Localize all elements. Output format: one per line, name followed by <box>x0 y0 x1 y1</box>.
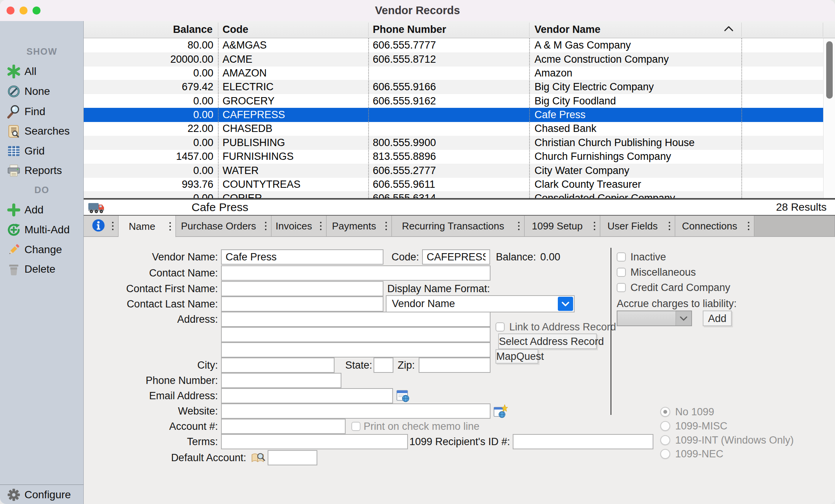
cell-phone: 606.555.9611 <box>373 177 435 192</box>
vendor-table: 80.00 A&MGAS 606.555.7777 A & M Gas Comp… <box>84 38 835 198</box>
send-email-icon[interactable] <box>396 389 410 404</box>
1099-misc-radio[interactable] <box>660 421 670 431</box>
default-account-input[interactable] <box>268 450 317 465</box>
vendor-name-input[interactable] <box>221 249 383 265</box>
print-check-memo-checkbox[interactable] <box>351 422 361 431</box>
website-input[interactable] <box>221 403 491 419</box>
code-input[interactable] <box>422 249 490 265</box>
window-title: Vendor Records <box>0 0 835 21</box>
link-address-record-checkbox[interactable] <box>495 322 505 332</box>
overflow-dots-icon <box>748 222 749 230</box>
table-row[interactable]: 0.00 COPIER 606.555.6314 Consolidated Co… <box>84 191 823 198</box>
sidebar-item-configure[interactable]: Configure <box>0 485 84 504</box>
tab-name[interactable]: Name <box>119 216 176 237</box>
cell-code: COPIER <box>223 191 262 198</box>
terms-label: Terms: <box>84 434 218 449</box>
cell-balance: 0.00 <box>84 164 213 178</box>
cell-vendor: Christian Church Publishing House <box>534 136 695 150</box>
1099-nec-radio[interactable] <box>660 449 670 459</box>
phone-number-input[interactable] <box>221 373 341 388</box>
cell-vendor: Consolidated Copier Company <box>534 191 675 198</box>
column-header-balance[interactable]: Balance <box>84 21 213 38</box>
table-row[interactable]: 80.00 A&MGAS 606.555.7777 A & M Gas Comp… <box>84 38 823 52</box>
account-lookup-icon[interactable] <box>251 452 266 465</box>
sidebar-item-delete[interactable]: Delete <box>0 259 84 279</box>
sidebar-item-label: None <box>24 81 50 101</box>
credit-card-company-checkbox[interactable] <box>617 283 626 292</box>
sidebar-item-change[interactable]: Change <box>0 240 84 260</box>
tab-bar: Name Purchase Orders Invoices Payments R… <box>84 216 835 237</box>
address-line1-input[interactable] <box>221 312 491 327</box>
mapquest-button[interactable]: MapQuest <box>495 349 538 364</box>
tab-recurring-transactions[interactable]: Recurring Transactions <box>392 216 525 237</box>
trash-icon <box>7 262 21 276</box>
sidebar-item-find[interactable]: Find <box>0 102 84 122</box>
column-header-code[interactable]: Code <box>223 21 249 38</box>
tab-connections[interactable]: Connections <box>675 216 754 237</box>
zip-input[interactable] <box>419 358 491 373</box>
sidebar-item-searches[interactable]: Searches <box>0 121 84 141</box>
inactive-checkbox[interactable] <box>617 252 626 262</box>
terms-input[interactable] <box>221 434 408 449</box>
cell-code: PUBLISHING <box>223 136 285 150</box>
table-row[interactable]: 0.00 PUBLISHING 800.555.9900 Christian C… <box>84 136 823 150</box>
chevron-down-icon[interactable] <box>558 297 573 311</box>
scrollbar-thumb[interactable] <box>826 41 833 99</box>
column-header-vendor[interactable]: Vendor Name <box>534 21 601 38</box>
table-row[interactable]: 0.00 WATER 606.555.2777 City Water Compa… <box>84 164 823 178</box>
column-header-phone[interactable]: Phone Number <box>373 21 446 38</box>
tab-label: User Fields <box>608 220 668 232</box>
table-scrollbar[interactable] <box>823 38 835 198</box>
overflow-dots-icon <box>669 222 670 230</box>
select-address-record-button[interactable]: Select Address Record <box>498 333 597 349</box>
contact-last-name-input[interactable] <box>221 296 383 312</box>
accrue-add-button[interactable]: Add <box>703 311 732 326</box>
contact-last-name-label: Contact Last Name: <box>84 296 218 312</box>
cell-vendor: Cafe Press <box>534 108 586 122</box>
open-website-icon[interactable] <box>493 404 508 420</box>
1099-int-radio[interactable] <box>660 435 670 445</box>
table-row-selected[interactable]: 0.00 CAFEPRESS Cafe Press <box>84 108 823 122</box>
table-row[interactable]: 20000.00 ACME 606.555.8712 Acme Construc… <box>84 52 823 67</box>
cell-vendor: A & M Gas Company <box>534 38 631 52</box>
sidebar: SHOW All None Find Searches <box>0 21 84 504</box>
account-number-input[interactable] <box>221 419 346 434</box>
display-name-format-dropdown[interactable]: Vendor Name <box>386 295 575 312</box>
overflow-dots-icon <box>112 222 114 230</box>
address-line3-input[interactable] <box>221 342 491 358</box>
sidebar-item-none[interactable]: None <box>0 81 84 101</box>
recipient-id-input[interactable] <box>513 434 653 449</box>
tab-purchase-orders[interactable]: Purchase Orders <box>176 216 271 237</box>
accrue-liability-dropdown[interactable] <box>617 311 692 326</box>
email-address-input[interactable] <box>221 388 393 403</box>
no-1099-radio[interactable] <box>660 407 670 417</box>
sidebar-item-grid[interactable]: Grid <box>0 141 84 161</box>
magnifier-icon <box>7 105 21 119</box>
table-row[interactable]: 1457.00 FURNISHINGS 813.555.8896 Church … <box>84 150 823 164</box>
tab-invoices[interactable]: Invoices <box>271 216 327 237</box>
sort-ascending-icon[interactable] <box>724 26 734 33</box>
contact-first-name-input[interactable] <box>221 281 383 296</box>
miscellaneous-checkbox[interactable] <box>617 268 626 277</box>
cell-phone: 813.555.8896 <box>373 150 436 164</box>
cell-balance: 0.00 <box>84 136 213 150</box>
tab-payments[interactable]: Payments <box>327 216 392 237</box>
sidebar-item-reports[interactable]: Reports <box>0 161 84 180</box>
city-input[interactable] <box>221 358 335 373</box>
table-row[interactable]: 22.00 CHASEDB Chased Bank <box>84 122 823 136</box>
table-row[interactable]: 0.00 GROCERY 606.555.9162 Big City Foodl… <box>84 94 823 108</box>
record-info-button[interactable] <box>84 216 119 237</box>
state-input[interactable] <box>374 358 393 373</box>
table-row[interactable]: 0.00 AMAZON Amazon <box>84 66 823 80</box>
table-row[interactable]: 993.76 COUNTYTREAS 606.555.9611 Clark Co… <box>84 177 823 192</box>
multi-add-cycle-icon <box>7 223 21 237</box>
sidebar-item-multi-add[interactable]: Multi-Add <box>0 220 84 240</box>
tab-user-fields[interactable]: User Fields <box>600 216 675 237</box>
table-row[interactable]: 679.42 ELECTRIC 606.555.9166 Big City El… <box>84 80 823 94</box>
sidebar-item-all[interactable]: All <box>0 62 84 81</box>
sidebar-item-add[interactable]: Add <box>0 200 84 220</box>
address-line2-input[interactable] <box>221 327 491 342</box>
tab-1099-setup[interactable]: 1099 Setup <box>525 216 600 237</box>
contact-name-input[interactable] <box>221 265 491 281</box>
info-icon <box>92 219 105 233</box>
